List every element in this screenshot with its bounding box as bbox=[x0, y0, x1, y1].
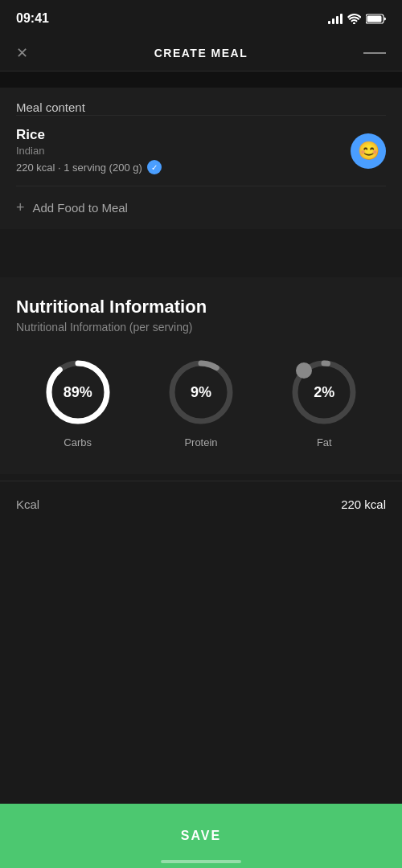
header-line bbox=[363, 52, 386, 54]
protein-percent: 9% bbox=[191, 384, 211, 401]
verified-badge: ✓ bbox=[147, 160, 162, 174]
home-indicator bbox=[161, 860, 241, 863]
status-bar: 09:41 bbox=[0, 0, 402, 35]
wifi-icon bbox=[347, 14, 361, 24]
chart-fat: 2% Fat bbox=[288, 356, 360, 448]
kcal-row: Kcal 220 kcal bbox=[0, 481, 402, 527]
food-category: Indian bbox=[16, 145, 351, 157]
checkmark-icon: ✓ bbox=[151, 163, 158, 172]
fat-ring: 2% bbox=[288, 356, 360, 428]
protein-ring: 9% bbox=[165, 356, 237, 428]
nutrition-section: Nutritional Information Nutritional Info… bbox=[0, 277, 402, 474]
food-info: Rice Indian 220 kcal · 1 serving (200 g)… bbox=[16, 127, 351, 174]
food-emoji-button[interactable]: 😊 bbox=[351, 133, 386, 169]
nutrition-subtitle: Nutritional Information (per serving) bbox=[16, 321, 386, 334]
carbs-ring: 89% bbox=[42, 356, 114, 428]
smiley-icon: 😊 bbox=[358, 141, 379, 162]
status-time: 09:41 bbox=[16, 11, 49, 26]
kcal-label: Kcal bbox=[16, 497, 39, 511]
charts-row: 89% Carbs 9% Protein bbox=[16, 356, 386, 448]
food-item[interactable]: Rice Indian 220 kcal · 1 serving (200 g)… bbox=[16, 115, 386, 186]
signal-icon bbox=[328, 13, 343, 24]
add-icon: + bbox=[16, 199, 25, 216]
svg-rect-1 bbox=[367, 15, 382, 22]
nutrition-title: Nutritional Information bbox=[16, 297, 386, 317]
meal-content-label: Meal content bbox=[16, 100, 85, 114]
food-kcal-details: 220 kcal · 1 serving (200 g) bbox=[16, 162, 142, 174]
fat-percent: 2% bbox=[314, 384, 334, 401]
mid-gap bbox=[0, 229, 402, 277]
section-gap-top bbox=[0, 72, 402, 88]
chart-carbs: 89% Carbs bbox=[42, 356, 114, 448]
food-name: Rice bbox=[16, 127, 351, 143]
meal-content-section: Meal content Rice Indian 220 kcal · 1 se… bbox=[0, 88, 402, 229]
food-details: 220 kcal · 1 serving (200 g) ✓ bbox=[16, 160, 351, 174]
kcal-value: 220 kcal bbox=[341, 497, 386, 511]
save-button[interactable]: SAVE bbox=[0, 804, 402, 868]
add-food-label: Add Food to Meal bbox=[33, 201, 128, 215]
save-label: SAVE bbox=[181, 829, 221, 843]
page-title: CREATE MEAL bbox=[154, 47, 248, 59]
status-icons bbox=[328, 13, 386, 24]
chart-protein: 9% Protein bbox=[165, 356, 237, 448]
add-food-row[interactable]: + Add Food to Meal bbox=[16, 186, 386, 229]
fat-label: Fat bbox=[317, 436, 332, 448]
protein-label: Protein bbox=[184, 436, 217, 448]
header: ✕ CREATE MEAL bbox=[0, 35, 402, 72]
close-button[interactable]: ✕ bbox=[16, 44, 28, 62]
carbs-label: Carbs bbox=[64, 436, 92, 448]
carbs-percent: 89% bbox=[64, 384, 92, 401]
battery-icon bbox=[366, 14, 386, 24]
